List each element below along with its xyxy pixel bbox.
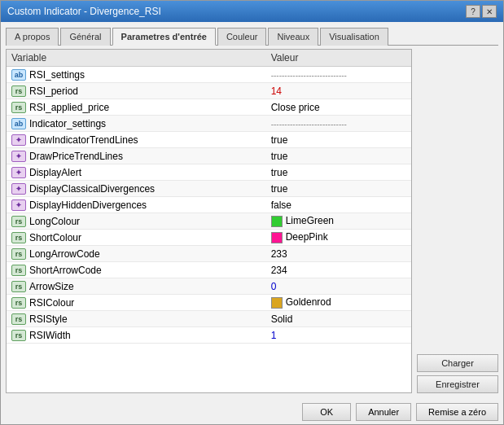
val-cell: ---------------------------- <box>266 67 411 83</box>
remise-button[interactable]: Remise a zéro <box>416 403 498 421</box>
table-row: abIndicator_settings--------------------… <box>7 116 411 132</box>
type-badge: ✦ <box>11 151 26 162</box>
var-name: DrawIndicatorTrendLines <box>29 134 138 146</box>
val-cell: Solid <box>266 311 411 327</box>
var-name: DisplayHiddenDivergences <box>29 199 147 211</box>
tab-apropos[interactable]: A propos <box>6 28 59 46</box>
val-text: true <box>271 151 288 162</box>
tab-bar: A propos Général Parametres d'entrée Cou… <box>6 27 498 46</box>
val-cell: true <box>266 164 411 181</box>
col-valeur: Valeur <box>266 50 411 67</box>
table-row: rsRSI_period14 <box>7 83 411 99</box>
table-row: abRSI_settings--------------------------… <box>7 67 411 83</box>
table-row: ✦DisplayClassicalDivergencestrue <box>7 181 411 197</box>
val-text: true <box>271 167 288 178</box>
val-cell: true <box>266 132 411 148</box>
tab-params[interactable]: Parametres d'entrée <box>112 28 216 46</box>
val-cell: Goldenrod <box>266 295 411 311</box>
var-cell: ✦DisplayClassicalDivergences <box>7 181 266 197</box>
val-cell: ---------------------------- <box>266 116 411 132</box>
table-row: ✦DisplayHiddenDivergencesfalse <box>7 197 411 213</box>
val-cell: 14 <box>266 83 411 99</box>
var-name: RSIStyle <box>29 313 68 325</box>
type-badge: ab <box>11 118 26 129</box>
table-row: rsShortArrowCode234 <box>7 262 411 278</box>
table-row: rsShortColourDeepPink <box>7 230 411 246</box>
type-badge: rs <box>11 281 26 292</box>
params-table-container: Variable Valeur abRSI_settings----------… <box>6 49 412 393</box>
type-badge: rs <box>11 313 26 325</box>
var-name: RSIWidth <box>29 330 71 341</box>
charger-button[interactable]: Charger <box>417 354 498 372</box>
val-cell: Close price <box>266 99 411 116</box>
var-cell: rsLongArrowCode <box>7 246 266 262</box>
help-button[interactable]: ? <box>466 5 480 18</box>
var-cell: ✦DisplayAlert <box>7 164 266 181</box>
val-text: true <box>271 134 288 146</box>
var-name: DisplayClassicalDivergences <box>29 183 155 195</box>
var-cell: rsLongColour <box>7 213 266 230</box>
type-badge: rs <box>11 216 26 227</box>
params-table: Variable Valeur abRSI_settings----------… <box>7 50 411 344</box>
table-row: rsRSIColourGoldenrod <box>7 295 411 311</box>
val-text: DeepPink <box>286 231 328 243</box>
var-name: ShortArrowCode <box>29 265 102 276</box>
type-badge: rs <box>11 330 26 341</box>
annuler-button[interactable]: Annuler <box>356 403 411 421</box>
var-name: ArrowSize <box>29 281 74 292</box>
tab-visualisation[interactable]: Visualisation <box>320 28 388 46</box>
window-title: Custom Indicator - Divergence_RSI <box>7 6 161 17</box>
close-button[interactable]: ✕ <box>482 5 497 18</box>
val-text: true <box>271 183 288 195</box>
type-badge: ab <box>11 69 26 81</box>
type-badge: ✦ <box>11 167 26 178</box>
val-cell: DeepPink <box>266 230 411 246</box>
tab-niveaux[interactable]: Niveaux <box>268 28 318 46</box>
var-cell: ✦DrawPriceTrendLines <box>7 148 266 164</box>
var-cell: rsRSI_applied_price <box>7 99 266 116</box>
val-text: 233 <box>271 248 287 260</box>
type-badge: rs <box>11 297 26 309</box>
var-cell: abIndicator_settings <box>7 116 266 132</box>
footer: OK Annuler Remise a zéro <box>1 398 503 424</box>
type-badge: ✦ <box>11 199 26 211</box>
var-cell: rsShortColour <box>7 230 266 246</box>
var-name: Indicator_settings <box>29 118 106 129</box>
val-cell: 1 <box>266 327 411 344</box>
color-swatch <box>271 297 283 309</box>
tab-couleur[interactable]: Couleur <box>217 28 267 46</box>
val-cell: true <box>266 181 411 197</box>
table-row: rsRSIWidth1 <box>7 327 411 344</box>
right-panel: Charger Enregistrer <box>417 49 498 393</box>
color-swatch <box>271 216 283 227</box>
tab-general[interactable]: Général <box>60 28 110 46</box>
val-text: false <box>271 199 291 211</box>
var-name: DisplayAlert <box>29 167 81 178</box>
table-row: rsRSI_applied_priceClose price <box>7 99 411 116</box>
ok-button[interactable]: OK <box>302 403 351 421</box>
val-cell: 234 <box>266 262 411 278</box>
type-badge: ✦ <box>11 134 26 146</box>
var-cell: rsRSIStyle <box>7 311 266 327</box>
var-cell: rsRSI_period <box>7 83 266 99</box>
table-row: rsLongColourLimeGreen <box>7 213 411 230</box>
type-badge: rs <box>11 102 26 113</box>
main-area: Variable Valeur abRSI_settings----------… <box>6 49 498 393</box>
var-cell: ✦DrawIndicatorTrendLines <box>7 132 266 148</box>
table-row: rsArrowSize0 <box>7 278 411 295</box>
table-row: rsLongArrowCode233 <box>7 246 411 262</box>
content-area: A propos Général Parametres d'entrée Cou… <box>1 22 503 398</box>
enregistrer-button[interactable]: Enregistrer <box>417 375 498 393</box>
table-row: ✦DrawIndicatorTrendLinestrue <box>7 132 411 148</box>
type-badge: rs <box>11 232 26 243</box>
var-cell: rsArrowSize <box>7 278 266 295</box>
var-name: LongArrowCode <box>29 248 100 260</box>
var-name: DrawPriceTrendLines <box>29 151 123 162</box>
val-text: 234 <box>271 265 287 276</box>
val-cell: LimeGreen <box>266 213 411 230</box>
val-text: Solid <box>271 313 293 325</box>
type-badge: rs <box>11 265 26 276</box>
val-cell: 0 <box>266 278 411 295</box>
val-cell: true <box>266 148 411 164</box>
var-name: ShortColour <box>29 232 81 243</box>
